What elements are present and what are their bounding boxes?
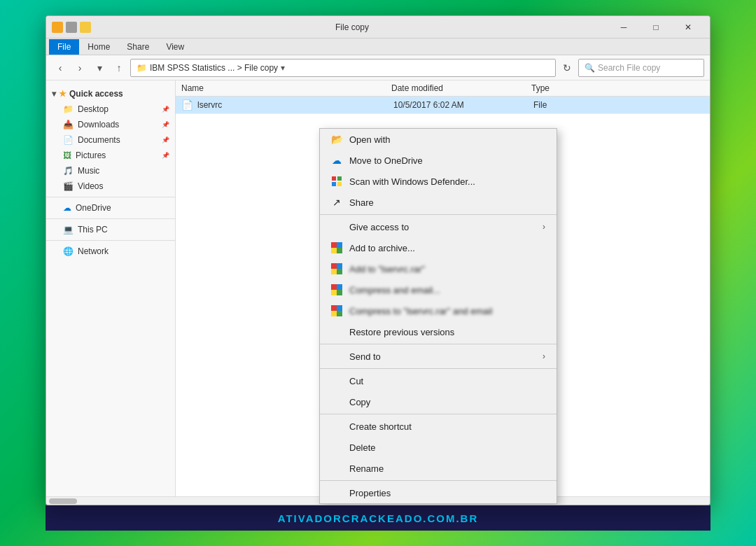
context-menu: 📂 Open with ☁ Move to OneDrive xyxy=(319,128,557,504)
ctx-cut[interactable]: Cut xyxy=(320,370,556,391)
copy-icon xyxy=(331,396,342,407)
ctx-cut-label: Cut xyxy=(349,376,545,386)
ctx-delete[interactable]: Delete xyxy=(320,437,556,458)
svg-rect-17 xyxy=(337,305,342,311)
ctx-compress-rar-email[interactable]: Compress to "lservrc.rar" and email xyxy=(320,300,556,321)
svg-rect-10 xyxy=(331,269,337,274)
watermark-text: ATIVADORCRACKEADO.COM.BR xyxy=(278,512,479,524)
ctx-compress-rar-email-label: Compress to "lservrc.rar" and email xyxy=(349,306,545,316)
svg-rect-4 xyxy=(331,242,337,248)
ctx-give-access-label: Give access to xyxy=(349,222,536,232)
ctx-sep-1 xyxy=(320,214,556,215)
send-to-icon xyxy=(331,351,342,362)
svg-rect-3 xyxy=(337,182,342,186)
ctx-add-rar[interactable]: Add to "lservrc.rar" xyxy=(320,258,556,279)
shortcut-icon xyxy=(331,421,342,432)
ctx-copy-label: Copy xyxy=(349,397,545,407)
ctx-restore-label: Restore previous versions xyxy=(349,327,545,337)
ctx-properties[interactable]: Properties xyxy=(320,482,556,503)
file-explorer-window: File copy ─ □ ✕ File Home Share View ‹ ›… xyxy=(46,15,710,505)
ctx-add-archive-label: Add to archive... xyxy=(349,243,545,253)
ctx-properties-label: Properties xyxy=(349,488,545,498)
restore-icon xyxy=(331,326,342,337)
svg-rect-6 xyxy=(331,248,337,253)
onedrive-ctx-icon: ☁ xyxy=(331,155,342,166)
svg-rect-16 xyxy=(331,305,337,311)
rar-icon-4 xyxy=(331,305,342,316)
ctx-compress-email[interactable]: Compress and email... xyxy=(320,279,556,300)
delete-icon xyxy=(331,442,342,453)
svg-rect-1 xyxy=(337,176,342,181)
ctx-delete-label: Delete xyxy=(349,442,545,453)
svg-rect-7 xyxy=(337,248,342,253)
svg-rect-0 xyxy=(332,176,336,181)
ctx-send-to[interactable]: Send to › xyxy=(320,346,556,367)
ctx-rename[interactable]: Rename xyxy=(320,458,556,479)
svg-rect-9 xyxy=(337,263,342,269)
cut-icon xyxy=(331,375,342,386)
ctx-open-with-label: Open with xyxy=(349,134,545,145)
rar-icon-2 xyxy=(331,263,342,274)
ctx-give-access[interactable]: Give access to › xyxy=(320,216,556,237)
svg-rect-14 xyxy=(331,290,337,295)
ctx-scan-defender[interactable]: Scan with Windows Defender... xyxy=(320,171,556,192)
ctx-onedrive-label: Move to OneDrive xyxy=(349,155,545,166)
properties-icon xyxy=(331,487,342,498)
ctx-send-to-label: Send to xyxy=(349,351,536,362)
ctx-move-onedrive[interactable]: ☁ Move to OneDrive xyxy=(320,150,556,171)
ctx-copy[interactable]: Copy xyxy=(320,391,556,412)
svg-rect-11 xyxy=(337,269,342,274)
ctx-sep-3 xyxy=(320,368,556,369)
send-to-arrow: › xyxy=(542,351,545,361)
ctx-open-with[interactable]: 📂 Open with xyxy=(320,129,556,150)
svg-rect-2 xyxy=(332,182,336,186)
give-access-icon xyxy=(331,221,342,232)
ctx-share-label: Share xyxy=(349,197,545,208)
ctx-add-rar-label: Add to "lservrc.rar" xyxy=(349,264,545,274)
watermark-bar: ATIVADORCRACKEADO.COM.BR xyxy=(46,505,710,531)
context-menu-overlay: 📂 Open with ☁ Move to OneDrive xyxy=(46,16,710,505)
svg-rect-19 xyxy=(337,311,342,316)
svg-rect-5 xyxy=(337,242,342,248)
ctx-create-shortcut[interactable]: Create shortcut xyxy=(320,416,556,437)
ctx-sep-4 xyxy=(320,414,556,414)
svg-rect-12 xyxy=(331,284,337,290)
rar-icon-1 xyxy=(331,242,342,253)
svg-rect-13 xyxy=(337,284,342,290)
ctx-compress-email-label: Compress and email... xyxy=(349,285,545,295)
ctx-shortcut-label: Create shortcut xyxy=(349,421,545,432)
ctx-share[interactable]: ↗ Share xyxy=(320,192,556,213)
ctx-restore[interactable]: Restore previous versions xyxy=(320,321,556,342)
svg-rect-15 xyxy=(337,290,342,295)
rar-icon-3 xyxy=(331,284,342,295)
defender-icon xyxy=(331,176,342,187)
rename-icon xyxy=(331,463,342,474)
svg-rect-8 xyxy=(331,263,337,269)
share-icon: ↗ xyxy=(331,197,342,208)
open-with-icon: 📂 xyxy=(331,134,342,145)
ctx-add-archive[interactable]: Add to archive... xyxy=(320,237,556,258)
ctx-sep-5 xyxy=(320,480,556,481)
ctx-rename-label: Rename xyxy=(349,463,545,474)
svg-rect-18 xyxy=(331,311,337,316)
ctx-sep-2 xyxy=(320,344,556,344)
ctx-defender-label: Scan with Windows Defender... xyxy=(349,176,545,187)
give-access-arrow: › xyxy=(542,222,545,232)
